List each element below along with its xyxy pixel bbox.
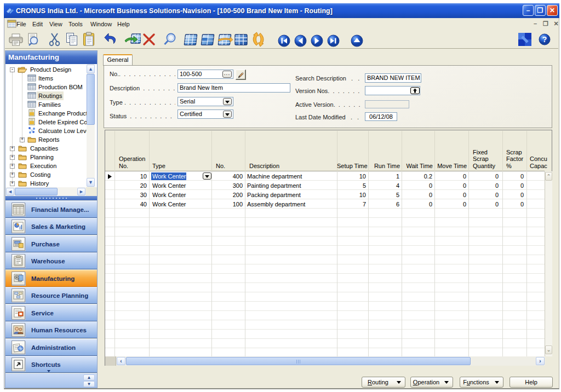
svg-text:?: ? [542,35,547,44]
